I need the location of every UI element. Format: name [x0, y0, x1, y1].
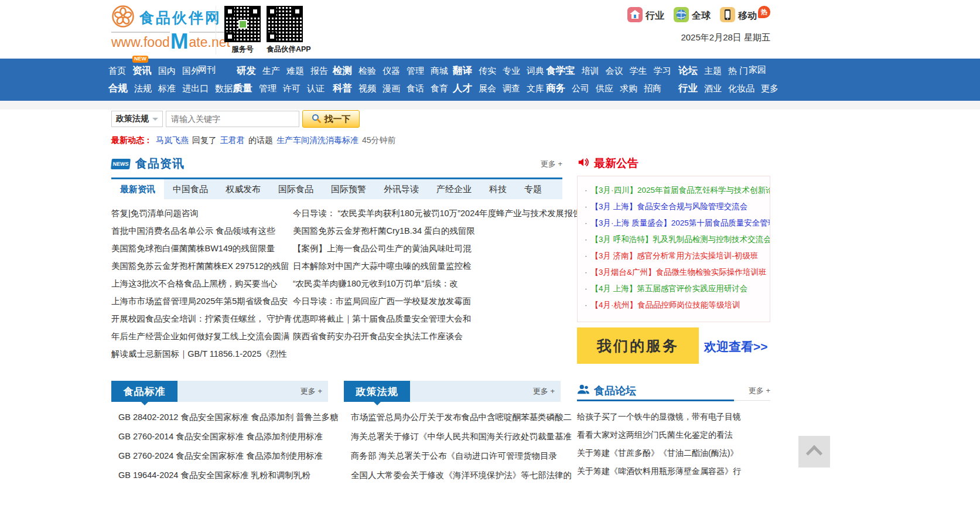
news-tab[interactable]: 权威发布	[217, 179, 269, 199]
nav-link[interactable]: NEW 资讯	[132, 64, 152, 77]
nav-link[interactable]: 热 门	[728, 66, 748, 77]
latest-user-link[interactable]: 马岚飞燕	[156, 135, 189, 146]
news-item-link[interactable]: 优惠即将截止｜第十届食品质量安全管理大会和	[293, 314, 471, 323]
announcement-link[interactable]: 【3月·四川】2025年首届食品烹饪科学与技术创新论	[578, 186, 770, 194]
news-item-link[interactable]: 首批中国消费名品名单公示 食品领域有这些	[111, 226, 275, 235]
nav-link[interactable]: 生产	[262, 66, 280, 77]
announcement-link[interactable]: 【3月烟台&广州】食品微生物检验实际操作培训班	[578, 268, 770, 277]
nav-link[interactable]: 翻译	[453, 64, 472, 77]
announcement-link[interactable]: 【3月 上海】食品安全合规与风险管理交流会	[578, 202, 752, 211]
news-item-link[interactable]: 美国豁免球孢白僵菌菌株BW149的残留限量	[111, 244, 275, 253]
nav-link[interactable]: 管理	[259, 83, 276, 94]
standard-item-link[interactable]: GB 19644-2024 食品安全国家标准 乳粉和调制乳粉	[111, 470, 310, 480]
news-item-link[interactable]: 美国豁免苏云金芽孢杆菌Cry1B.34 蛋白的残留限	[293, 226, 475, 235]
nav-link[interactable]: 管理	[407, 66, 424, 77]
nav-link[interactable]: 论坛	[678, 64, 698, 77]
nav-link[interactable]: 食学宝	[546, 64, 575, 77]
latest-topic-link[interactable]: 生产车间清洗消毒标准	[276, 135, 358, 146]
nav-link[interactable]: 专业	[503, 66, 520, 77]
news-tab[interactable]: 中国食品	[164, 179, 217, 199]
news-item-link[interactable]: 答复|免罚清单问题咨询	[111, 209, 199, 218]
policy-item-link[interactable]: 海关总署关于修订《中华人民共和国海关行政处罚裁量基准	[344, 432, 572, 441]
news-item-link[interactable]: 解读威士忌新国标｜GB/T 11856.1-2025《烈性	[111, 349, 287, 359]
nav-link[interactable]: 词典	[527, 66, 544, 77]
nav-link[interactable]: 报告	[310, 66, 328, 77]
nav-link[interactable]: 合规	[108, 82, 128, 95]
nav-link[interactable]: 展会	[479, 83, 496, 94]
nav-link[interactable]: 文库	[527, 83, 544, 94]
nav-link[interactable]: 家园	[749, 64, 766, 76]
news-item-link[interactable]: 陕西省食药安办召开食品安全执法工作座谈会	[293, 332, 463, 341]
nav-link[interactable]: 更多	[761, 83, 778, 94]
nav-link[interactable]: 检验	[358, 66, 376, 77]
news-item-link[interactable]: 【案例】上海一食品公司生产的黄油风味吐司混	[293, 244, 472, 253]
news-tab[interactable]: 产经企业	[428, 179, 480, 199]
back-to-top-button[interactable]	[798, 436, 830, 467]
nav-link[interactable]: 检测	[333, 64, 352, 77]
standard-item-link[interactable]: GB 2760-2024 食品安全国家标准 食品添加剂使用标准	[111, 451, 323, 460]
nav-link[interactable]: 人才	[453, 82, 472, 95]
forum-topic-link[interactable]: 看看大家对这两组沙门氏菌生化鉴定的看法	[577, 430, 733, 439]
quick-link-industry[interactable]: 行业	[627, 7, 664, 25]
nav-link[interactable]: 传实	[479, 66, 496, 77]
nav-link[interactable]: 认证	[307, 83, 325, 94]
site-logo[interactable]: 食品伙伴网 www.food M ate.net	[111, 5, 230, 50]
nav-link[interactable]: 行业	[678, 82, 698, 95]
standards-more-link[interactable]: 更多 +	[301, 386, 328, 397]
news-tab[interactable]: 专题	[515, 179, 551, 199]
news-item-link[interactable]: 今日导读：市监局回应广西一学校疑发放发霉面	[293, 296, 472, 306]
nav-link[interactable]: 国外	[182, 66, 200, 77]
nav-link[interactable]: 招商	[644, 83, 661, 94]
nav-link[interactable]: 许可	[283, 83, 301, 94]
announcement-link[interactable]: 【4月·杭州】食品品控师岗位技能等级培训	[578, 301, 745, 309]
policies-more-link[interactable]: 更多 +	[533, 386, 561, 397]
nav-link[interactable]: 视频	[358, 83, 376, 94]
nav-link[interactable]: 供应	[596, 83, 613, 94]
nav-link[interactable]: 网刊	[198, 64, 216, 76]
nav-link[interactable]: 食育	[431, 83, 448, 94]
forum-topic-link[interactable]: 关于筹建《甘蔗多酚》《甘油二酯油(酶法)》	[577, 448, 738, 458]
forum-topic-link[interactable]: 关于筹建《啤酒饮料用瓶形薄壁金属容器》行	[577, 466, 741, 476]
nav-link[interactable]: 调查	[503, 83, 520, 94]
nav-link[interactable]: 标准	[158, 83, 176, 94]
policy-item-link[interactable]: 全国人大常委会关于修改《海洋环境保护法》等七部法律的	[344, 470, 572, 480]
search-button[interactable]: 找一下	[302, 110, 360, 128]
announcement-link[interactable]: 【3月 呼和浩特】乳及乳制品检测与控制技术交流会	[578, 235, 770, 244]
nav-link[interactable]: 酒业	[704, 83, 722, 94]
search-category-select[interactable]: 政策法规	[111, 111, 163, 127]
forum-more-link[interactable]: 更多 +	[749, 385, 770, 396]
news-tab[interactable]: 外讯导读	[375, 179, 428, 199]
nav-link[interactable]: 国内	[158, 66, 176, 77]
nav-link[interactable]: 培训	[582, 66, 599, 77]
news-item-link[interactable]: 年后生产经营企业如何做好复工线上交流会圆满	[111, 332, 290, 341]
services-banner[interactable]: 我们的服务	[577, 327, 699, 364]
news-item-link[interactable]: 2024年度蜂产业与技术发展报告	[460, 209, 581, 218]
news-item-link[interactable]: “农民卖羊肉赚180元收到10万罚单”后续：改	[293, 279, 458, 288]
announcement-link[interactable]: 【4月 上海】第五届感官评价实践应用研讨会	[578, 284, 752, 293]
nav-link[interactable]: 商城	[431, 66, 448, 77]
news-tab[interactable]: 国际预警	[322, 179, 375, 199]
news-more-link[interactable]: 更多 +	[541, 159, 562, 169]
nav-link[interactable]: 研发	[237, 64, 256, 77]
nav-link[interactable]: 化妆品	[728, 83, 754, 94]
nav-link[interactable]: 难题	[286, 66, 304, 77]
nav-link[interactable]: 公司	[572, 83, 589, 94]
nav-link[interactable]: 会议	[606, 66, 623, 77]
nav-link[interactable]: 求购	[620, 83, 637, 94]
announcement-link[interactable]: 【3月 济南】感官分析常用方法实操培训-初级班	[578, 251, 763, 260]
nav-link[interactable]: 商务	[546, 82, 565, 95]
forum-topic-link[interactable]: 给孩子买了一个铁牛的显微镜，带有电子目镜	[577, 412, 741, 421]
standard-item-link[interactable]: GB 28402-2012 食品安全国家标准 食品添加剂 普鲁兰多糖	[111, 412, 338, 422]
news-item-link[interactable]: 日本解除对中国产大蒜中噻虫嗪的残留量监控检	[293, 261, 472, 271]
nav-link[interactable]: 首页	[108, 66, 126, 77]
nav-link[interactable]: 学生	[630, 66, 647, 77]
nav-link[interactable]: 法规	[134, 83, 152, 94]
nav-link[interactable]: 科普	[333, 82, 352, 95]
nav-link[interactable]: 质量	[233, 82, 252, 95]
standards-tab[interactable]: 食品标准	[111, 381, 177, 402]
news-tab[interactable]: 最新资讯	[111, 179, 164, 199]
news-tab[interactable]: 科技	[480, 179, 515, 199]
nav-link[interactable]: 主题	[704, 66, 722, 77]
news-item-link[interactable]: 上海市市场监督管理局2025年第5期省级食品安	[111, 296, 288, 306]
news-tab[interactable]: 国际食品	[269, 179, 322, 199]
